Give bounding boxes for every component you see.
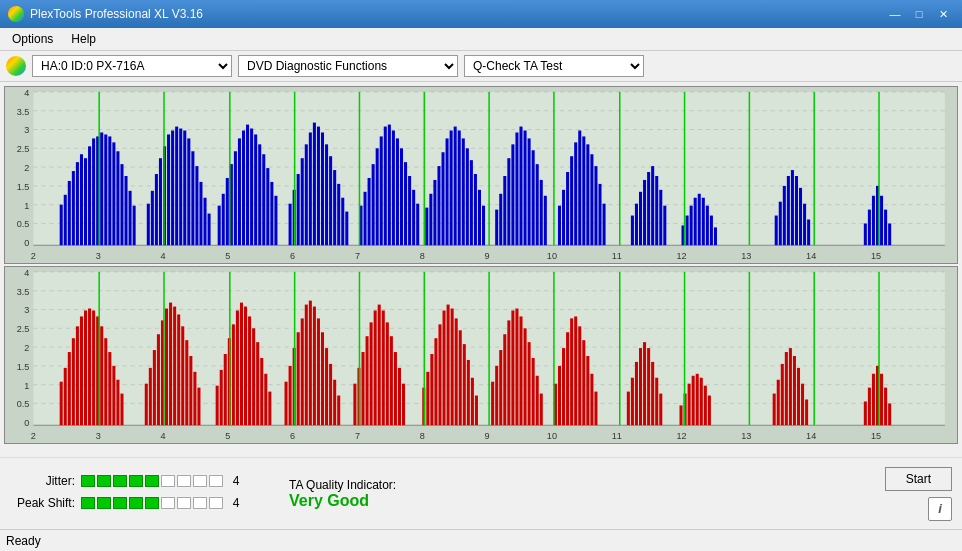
- svg-rect-292: [325, 348, 328, 425]
- svg-text:5: 5: [225, 251, 230, 261]
- svg-rect-303: [378, 305, 381, 426]
- svg-rect-99: [337, 184, 340, 245]
- svg-rect-42: [92, 138, 95, 245]
- svg-rect-40: [84, 158, 87, 245]
- svg-rect-158: [594, 166, 597, 245]
- svg-rect-79: [250, 129, 253, 246]
- svg-rect-259: [173, 307, 176, 426]
- svg-text:1: 1: [24, 381, 29, 391]
- svg-rect-352: [627, 392, 630, 426]
- svg-rect-144: [532, 150, 535, 245]
- drive-icon: [6, 56, 26, 76]
- svg-text:4: 4: [160, 251, 165, 261]
- svg-rect-326: [491, 382, 494, 426]
- ps-seg-2: [97, 497, 111, 509]
- svg-rect-275: [248, 316, 251, 425]
- svg-rect-293: [329, 364, 332, 425]
- svg-rect-119: [425, 208, 428, 246]
- close-button[interactable]: ✕: [932, 5, 954, 23]
- svg-rect-285: [297, 332, 300, 425]
- svg-rect-104: [364, 192, 367, 245]
- svg-rect-367: [700, 378, 703, 425]
- info-button[interactable]: i: [928, 497, 952, 521]
- svg-rect-321: [463, 344, 466, 425]
- svg-rect-252: [145, 384, 148, 426]
- svg-rect-156: [586, 144, 589, 245]
- svg-rect-335: [528, 342, 531, 425]
- svg-rect-291: [321, 332, 324, 425]
- svg-rect-64: [187, 138, 190, 245]
- svg-rect-294: [333, 380, 336, 425]
- svg-text:7: 7: [355, 431, 360, 441]
- svg-rect-184: [787, 176, 790, 245]
- svg-rect-159: [598, 184, 601, 245]
- svg-text:14: 14: [806, 431, 816, 441]
- ps-seg-6: [161, 497, 175, 509]
- bottom-chart: 4 3.5 3 2.5 2 1.5 1 0.5 0 2 3 4 5 6 7 8 …: [4, 266, 958, 444]
- jitter-seg-4: [129, 475, 143, 487]
- svg-rect-135: [495, 210, 498, 246]
- svg-text:9: 9: [485, 431, 490, 441]
- maximize-button[interactable]: □: [908, 5, 930, 23]
- ps-seg-4: [129, 497, 143, 509]
- svg-rect-152: [570, 156, 573, 245]
- svg-rect-52: [133, 206, 136, 246]
- svg-rect-245: [100, 326, 103, 425]
- svg-text:15: 15: [871, 431, 881, 441]
- test-select[interactable]: Q-Check TA Test: [464, 55, 644, 77]
- svg-rect-36: [68, 181, 71, 245]
- svg-rect-123: [442, 152, 445, 245]
- start-button[interactable]: Start: [885, 467, 952, 491]
- svg-rect-371: [773, 394, 776, 426]
- svg-rect-316: [443, 311, 446, 426]
- svg-rect-164: [639, 192, 642, 245]
- svg-rect-235: [60, 382, 63, 426]
- menu-help[interactable]: Help: [63, 30, 104, 48]
- svg-rect-332: [515, 309, 518, 426]
- svg-rect-322: [467, 360, 470, 425]
- svg-text:4: 4: [160, 431, 165, 441]
- svg-rect-47: [112, 142, 115, 245]
- svg-rect-315: [438, 324, 441, 425]
- svg-rect-67: [199, 182, 202, 245]
- svg-rect-115: [408, 176, 411, 245]
- drive-select[interactable]: HA:0 ID:0 PX-716A: [32, 55, 232, 77]
- svg-text:1.5: 1.5: [17, 362, 30, 372]
- svg-text:0: 0: [24, 418, 29, 428]
- svg-rect-247: [108, 352, 111, 425]
- functions-select[interactable]: DVD Diagnostic Functions: [238, 55, 458, 77]
- svg-rect-48: [116, 151, 119, 245]
- top-chart-svg: 4 3.5 3 2.5 2 1.5 1 0.5 0 2 3 4 5 6 7 8 …: [5, 87, 957, 263]
- svg-rect-168: [655, 176, 658, 245]
- svg-rect-77: [242, 131, 245, 246]
- svg-rect-290: [317, 318, 320, 425]
- menu-options[interactable]: Options: [4, 30, 61, 48]
- svg-rect-38: [76, 162, 79, 245]
- minimize-button[interactable]: —: [884, 5, 906, 23]
- svg-rect-35: [64, 195, 67, 245]
- title-bar: PlexTools Professional XL V3.16 — □ ✕: [0, 0, 962, 28]
- svg-rect-373: [781, 364, 784, 425]
- svg-rect-128: [462, 138, 465, 245]
- svg-text:3: 3: [96, 431, 101, 441]
- svg-rect-133: [482, 206, 485, 246]
- svg-rect-353: [631, 378, 634, 425]
- metrics-panel: Jitter: 4 Peak Shift:: [10, 474, 243, 514]
- svg-rect-274: [244, 307, 247, 426]
- svg-text:14: 14: [806, 251, 816, 261]
- jitter-seg-9: [209, 475, 223, 487]
- svg-rect-150: [562, 190, 565, 245]
- svg-text:3.5: 3.5: [17, 107, 30, 117]
- svg-rect-113: [400, 148, 403, 245]
- svg-rect-68: [204, 198, 207, 245]
- svg-rect-192: [864, 223, 867, 245]
- svg-rect-327: [495, 366, 498, 425]
- svg-text:10: 10: [547, 431, 557, 441]
- svg-rect-65: [191, 151, 194, 245]
- svg-rect-368: [704, 386, 707, 426]
- svg-rect-183: [783, 186, 786, 245]
- svg-rect-243: [92, 311, 95, 426]
- svg-rect-297: [353, 384, 356, 426]
- svg-rect-193: [868, 210, 871, 246]
- svg-rect-308: [398, 368, 401, 425]
